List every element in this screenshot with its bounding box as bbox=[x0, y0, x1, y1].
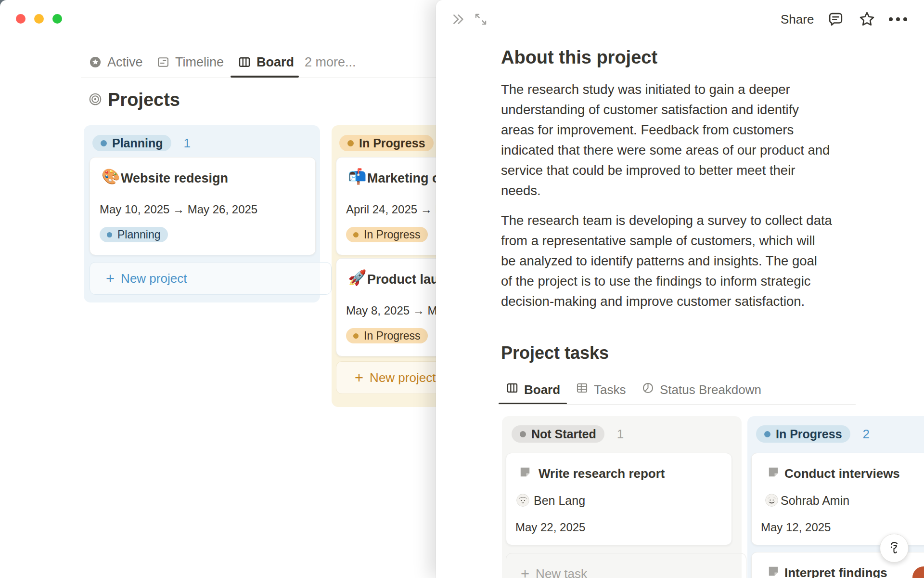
pie-clock-icon bbox=[642, 381, 654, 398]
more-options-icon[interactable] bbox=[887, 16, 909, 23]
new-task-label: New task bbox=[536, 566, 587, 578]
status-pill-label: In Progress bbox=[359, 136, 425, 150]
paragraph-line: from a representative sample of customer… bbox=[501, 233, 832, 253]
plus-icon: + bbox=[106, 271, 115, 286]
status-pill-label: Planning bbox=[112, 136, 163, 150]
paragraph-1: The research study was initiated to gain… bbox=[501, 82, 830, 203]
column-count: 1 bbox=[617, 427, 624, 442]
card-status-label: Planning bbox=[117, 228, 161, 241]
minimize-window-button[interactable] bbox=[34, 14, 44, 24]
card-date: May 22, 2025 bbox=[515, 521, 585, 534]
new-project-label: New project bbox=[370, 370, 436, 385]
card-status-tag: In Progress bbox=[346, 227, 428, 242]
status-pill-label: In Progress bbox=[776, 427, 842, 441]
card-title: Website redesign bbox=[121, 171, 228, 186]
column-count: 2 bbox=[863, 427, 870, 442]
favorite-star-icon[interactable] bbox=[858, 10, 876, 28]
paragraph-line: understanding of customer satisfaction a… bbox=[501, 102, 830, 122]
page-title: Projects bbox=[108, 90, 180, 110]
avatar-ben-lang bbox=[516, 494, 529, 507]
task-tab-label: Board bbox=[524, 382, 560, 397]
table-icon bbox=[576, 381, 589, 398]
plus-icon: + bbox=[355, 370, 363, 385]
new-project-button-planning[interactable]: + New project bbox=[90, 262, 332, 295]
board-icon bbox=[238, 55, 251, 69]
status-dot bbox=[101, 140, 107, 146]
view-tab-board[interactable]: Board bbox=[238, 54, 294, 70]
view-tab-timeline[interactable]: Timeline bbox=[156, 54, 224, 70]
task-card-write-research-report[interactable]: Write research report Ben Lang May 22, 2… bbox=[506, 453, 732, 545]
side-peek-panel: Share About this project The research st… bbox=[436, 0, 924, 578]
card-status-tag: In Progress bbox=[346, 328, 428, 343]
status-pill-in-progress: In Progress bbox=[756, 425, 850, 443]
card-dates: April 24, 2025 → M bbox=[346, 203, 445, 216]
doc-title: About this project bbox=[501, 47, 657, 68]
column-header: Planning 1 bbox=[92, 135, 191, 151]
card-date: May 12, 2025 bbox=[761, 521, 831, 534]
target-icon bbox=[88, 92, 103, 108]
share-button[interactable]: Share bbox=[781, 12, 814, 27]
column-header: In Progress bbox=[339, 135, 434, 151]
ai-assistant-button[interactable] bbox=[880, 534, 909, 563]
task-tabs-divider bbox=[499, 404, 856, 405]
task-tab-board[interactable]: Board bbox=[506, 382, 560, 397]
card-dates: May 10, 2025 → May 26, 2025 bbox=[100, 203, 257, 216]
palette-emoji-icon: 🎨 bbox=[102, 169, 120, 184]
status-pill-planning: Planning bbox=[92, 135, 171, 151]
timeline-icon bbox=[156, 55, 170, 69]
screen: Active Timeline Board 2 more... bbox=[0, 0, 924, 578]
star-circle-icon bbox=[89, 55, 102, 69]
rocket-emoji-icon: 🚀 bbox=[348, 270, 367, 285]
zoom-window-button[interactable] bbox=[52, 14, 62, 24]
task-tab-label: Tasks bbox=[594, 382, 626, 397]
task-tab-label: Status Breakdown bbox=[660, 382, 761, 397]
status-dot bbox=[520, 431, 526, 437]
avatar-sohrab-amin bbox=[765, 494, 778, 507]
card-title: Product lau bbox=[367, 272, 439, 287]
view-tab-label: Active bbox=[107, 55, 143, 70]
status-dot bbox=[353, 333, 359, 339]
double-chevron-right-icon[interactable] bbox=[450, 12, 466, 27]
mailbox-emoji-icon: 📬 bbox=[348, 169, 367, 184]
paragraph-line: needs. bbox=[501, 183, 830, 203]
status-dot bbox=[107, 232, 112, 237]
task-tab-tasks[interactable]: Tasks bbox=[576, 382, 626, 397]
paragraph-line: indicated that there were some areas of … bbox=[501, 143, 830, 163]
view-tab-label: 2 more... bbox=[305, 55, 356, 70]
card-status-tag: Planning bbox=[100, 227, 168, 242]
assignee-name: Sohrab Amin bbox=[781, 494, 849, 508]
paragraph-line: areas for improvement. Feedback from cus… bbox=[501, 122, 830, 143]
card-dates: May 8, 2025 → Ma bbox=[346, 304, 444, 317]
card-title: Marketing c bbox=[367, 171, 439, 186]
card-title: Write research report bbox=[539, 466, 665, 481]
section-heading: Project tasks bbox=[501, 343, 609, 363]
view-tab-label: Timeline bbox=[175, 55, 224, 70]
column-header: In Progress 2 bbox=[756, 425, 870, 443]
paragraph-line: The research team is developing a survey… bbox=[501, 213, 832, 233]
view-tab-active[interactable]: Active bbox=[89, 54, 143, 70]
task-card-conduct-interviews[interactable]: Conduct interviews Sohrab Amin May 12, 2… bbox=[751, 453, 924, 545]
page-note-icon bbox=[519, 466, 531, 480]
card-status-label: In Progress bbox=[364, 228, 421, 241]
paragraph-line: The research study was initiated to gain… bbox=[501, 82, 830, 102]
status-dot bbox=[764, 431, 770, 437]
page-note-icon bbox=[767, 565, 780, 578]
tabs-divider bbox=[81, 78, 437, 78]
new-project-label: New project bbox=[121, 271, 187, 286]
task-tab-status-breakdown[interactable]: Status Breakdown bbox=[642, 382, 761, 397]
column-header: Not Started 1 bbox=[512, 425, 624, 443]
card-status-label: In Progress bbox=[364, 329, 421, 342]
status-pill-in-progress: In Progress bbox=[339, 135, 434, 151]
status-pill-not-started: Not Started bbox=[512, 425, 604, 443]
new-task-button[interactable]: + New task bbox=[506, 553, 746, 578]
paragraph-line: be analyzed to identify patterns and ins… bbox=[501, 253, 832, 274]
comments-icon[interactable] bbox=[827, 11, 845, 28]
expand-diagonal-icon[interactable] bbox=[473, 11, 489, 27]
project-card-website-redesign[interactable]: 🎨 Website redesign May 10, 2025 → May 26… bbox=[90, 157, 316, 255]
paragraph-line: decision-making and improve customer sat… bbox=[501, 294, 832, 314]
view-tab-more[interactable]: 2 more... bbox=[305, 54, 356, 70]
column-count: 1 bbox=[184, 136, 191, 151]
close-window-button[interactable] bbox=[16, 14, 26, 24]
paragraph-line: of the project is to use the findings to… bbox=[501, 274, 832, 294]
card-title: Interpret findings bbox=[784, 565, 887, 578]
